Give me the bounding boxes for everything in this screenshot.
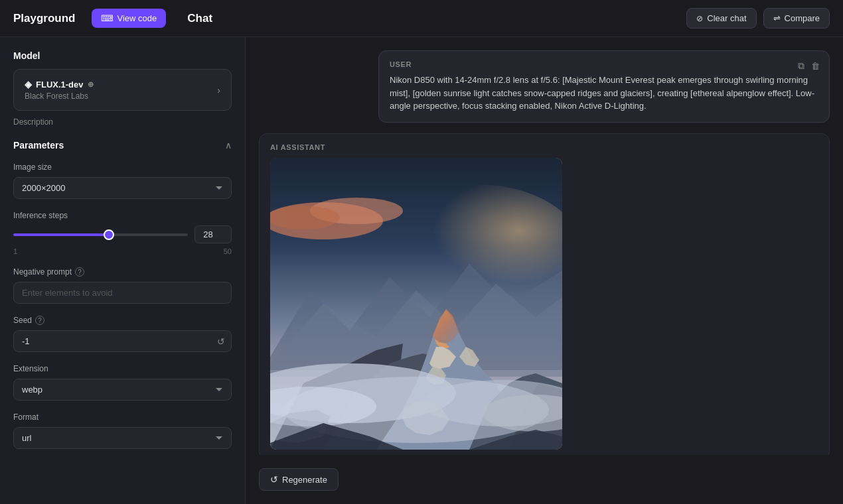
ai-message-bubble: AI ASSISTANT	[259, 133, 830, 456]
description-label: Description	[13, 117, 232, 127]
format-select[interactable]: url base64	[13, 427, 232, 449]
negative-prompt-label: Negative prompt ?	[13, 267, 232, 277]
negative-prompt-input[interactable]	[13, 282, 232, 304]
seed-input[interactable]	[13, 330, 232, 352]
chat-section-title: Chat	[187, 12, 686, 25]
generated-image	[270, 158, 562, 450]
clear-icon: ⊘	[696, 14, 703, 23]
parameters-collapse-icon[interactable]: ∧	[225, 140, 232, 151]
delete-message-button[interactable]: 🗑	[810, 59, 821, 73]
model-provider: Black Forest Labs	[25, 92, 94, 101]
extension-group: Extension webp png jpg	[13, 364, 232, 401]
sidebar: Model ◈ FLUX.1-dev ⊕ Black Forest Labs ›…	[0, 37, 246, 504]
model-info: ◈ FLUX.1-dev ⊕ Black Forest Labs	[25, 79, 94, 101]
model-name: FLUX.1-dev	[36, 80, 84, 90]
chat-messages: ⧉ 🗑 USER Nikon D850 with 14-24mm f/2.8 l…	[259, 50, 830, 455]
inference-steps-input[interactable]	[194, 225, 232, 243]
user-role-label: USER	[390, 60, 818, 68]
inference-steps-slider[interactable]	[13, 233, 188, 236]
inference-steps-label: Inference steps	[13, 211, 232, 220]
seed-group: Seed ? ↺	[13, 316, 232, 352]
model-icon: ◈	[25, 79, 32, 90]
topbar-actions: ⊘ Clear chat ⇌ Compare	[686, 8, 830, 29]
model-chevron-icon: ›	[217, 85, 220, 95]
model-selector[interactable]: ◈ FLUX.1-dev ⊕ Black Forest Labs ›	[13, 69, 232, 111]
user-message-container: ⧉ 🗑 USER Nikon D850 with 14-24mm f/2.8 l…	[259, 50, 830, 123]
user-message-bubble: ⧉ 🗑 USER Nikon D850 with 14-24mm f/2.8 l…	[378, 50, 830, 123]
svg-point-4	[270, 206, 340, 229]
model-section-title: Model	[13, 50, 232, 61]
ai-role-label: AI ASSISTANT	[270, 143, 818, 151]
clear-chat-button[interactable]: ⊘ Clear chat	[686, 8, 756, 29]
copy-message-button[interactable]: ⧉	[797, 59, 806, 73]
app-title: Playground	[13, 12, 76, 25]
model-link-icon: ⊕	[88, 80, 94, 89]
user-message-text: Nikon D850 with 14-24mm f/2.8 lens at f/…	[390, 74, 818, 113]
model-name-row: ◈ FLUX.1-dev ⊕	[25, 79, 94, 90]
regenerate-icon: ↺	[270, 474, 278, 485]
mountain-svg	[270, 158, 562, 450]
seed-help-icon[interactable]: ?	[35, 316, 44, 325]
extension-label: Extension	[13, 364, 232, 373]
compare-button[interactable]: ⇌ Compare	[763, 8, 830, 29]
main-layout: Model ◈ FLUX.1-dev ⊕ Black Forest Labs ›…	[0, 37, 843, 504]
negative-prompt-help-icon[interactable]: ?	[75, 267, 84, 277]
compare-icon: ⇌	[773, 13, 781, 23]
negative-prompt-group: Negative prompt ?	[13, 267, 232, 304]
image-size-group: Image size 2000×2000 1024×1024 512×512	[13, 162, 232, 199]
seed-row: ↺	[13, 330, 232, 352]
inference-steps-group: Inference steps 1 50	[13, 211, 232, 255]
image-size-select[interactable]: 2000×2000 1024×1024 512×512	[13, 177, 232, 199]
format-group: Format url base64	[13, 412, 232, 449]
user-message-actions: ⧉ 🗑	[797, 59, 821, 73]
extension-select[interactable]: webp png jpg	[13, 379, 232, 401]
seed-label: Seed ?	[13, 316, 232, 325]
chat-area: ⧉ 🗑 USER Nikon D850 with 14-24mm f/2.8 l…	[246, 37, 843, 504]
image-size-label: Image size	[13, 162, 232, 172]
format-label: Format	[13, 412, 232, 422]
inference-steps-row	[13, 225, 232, 243]
regenerate-button[interactable]: ↺ Regenerate	[259, 468, 339, 491]
chat-input-row: ↺ Regenerate	[259, 466, 830, 491]
ai-message-container: AI ASSISTANT	[259, 133, 830, 456]
topbar: Playground ⌨ View code Chat ⊘ Clear chat…	[0, 0, 843, 37]
seed-refresh-button[interactable]: ↺	[217, 336, 225, 347]
slider-range: 1 50	[13, 247, 232, 255]
parameters-header: Parameters ∧	[13, 140, 232, 151]
parameters-title: Parameters	[13, 140, 64, 151]
view-code-button[interactable]: ⌨ View code	[92, 9, 167, 28]
code-icon: ⌨	[101, 13, 114, 23]
